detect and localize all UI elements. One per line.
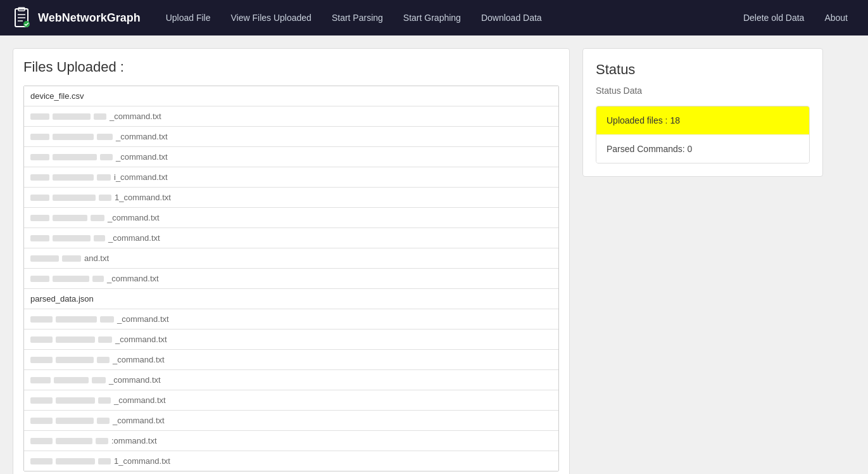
file-suffix: _command.txt [117,314,169,324]
file-item: 1_command.txt [24,188,558,208]
blurred-segment [53,276,89,282]
file-suffix: _command.txt [107,274,159,283]
file-row-content: _command.txt [30,335,167,344]
brand-logo[interactable]: WebNetworkGraph [10,6,141,29]
file-suffix: _command.txt [116,152,168,162]
blurred-segment [30,255,59,262]
blurred-segment [97,134,113,140]
file-item: _command.txt [24,330,558,350]
file-item: _command.txt [24,106,558,127]
navbar-right: Delete old Data About [733,0,858,35]
blurred-segment [56,357,94,363]
file-row-content: _command.txt [30,112,161,121]
file-item: _command.txt [24,411,558,431]
file-row-content: :ommand.txt [30,436,157,445]
blurred-segment [30,113,49,120]
blurred-segment [30,134,49,140]
nav-delete-old-data[interactable]: Delete old Data [733,0,815,35]
files-panel: Files Uploaded : device_file.csv_command… [13,48,570,474]
status-card: Status Status Data Uploaded files : 18Pa… [582,48,823,177]
file-row-content: and.txt [30,253,109,263]
blurred-segment [30,174,49,181]
blurred-segment [92,377,106,383]
blurred-segment [53,215,87,221]
nav-start-parsing[interactable]: Start Parsing [322,0,393,35]
file-row-content: i_command.txt [30,172,168,182]
file-suffix: _command.txt [110,112,161,121]
file-suffix: _command.txt [115,335,167,344]
file-item: _command.txt [24,350,558,370]
blurred-segment [30,377,51,383]
status-data-label: Status Data [596,86,810,96]
blurred-segment [53,134,94,140]
file-row-content: 1_command.txt [30,193,171,202]
blurred-segment [98,397,111,404]
status-items: Uploaded files : 18Parsed Commands: 0 [596,106,810,163]
blurred-segment [97,174,111,181]
file-row-content: _command.txt [30,274,159,283]
file-suffix: i_command.txt [114,172,168,182]
file-suffix: _command.txt [113,355,165,364]
nav-view-files[interactable]: View Files Uploaded [221,0,322,35]
file-row-content: _command.txt [30,152,168,162]
file-row-content: _command.txt [30,132,168,141]
blurred-segment [98,336,112,343]
file-row-content: _command.txt [30,416,165,425]
file-item: i_command.txt [24,167,558,188]
blurred-segment [30,154,49,160]
blurred-segment [56,458,95,464]
file-item: _command.txt [24,309,558,330]
file-item: :ommand.txt [24,431,558,451]
file-suffix: _command.txt [113,416,165,425]
file-row-content: 1_command.txt [30,456,170,466]
blurred-segment [30,336,53,343]
main-content: Files Uploaded : device_file.csv_command… [0,35,868,474]
file-item: _command.txt [24,127,558,147]
file-suffix: _command.txt [114,395,166,405]
status-panel: Status Status Data Uploaded files : 18Pa… [582,48,823,474]
blurred-segment [54,377,89,383]
blurred-segment [94,235,105,241]
brand-name: WebNetworkGraph [38,11,141,25]
blurred-segment [56,418,94,424]
file-list: device_file.csv_command.txt_command.txt_… [23,86,559,471]
nav-start-graphing[interactable]: Start Graphing [393,0,471,35]
blurred-segment [30,215,49,221]
file-item: _command.txt [24,228,558,248]
file-item: parsed_data.json [24,289,558,309]
blurred-segment [96,438,108,444]
file-suffix: _command.txt [108,233,160,243]
nav-upload-file[interactable]: Upload File [156,0,221,35]
clipboard-icon [10,6,33,29]
file-item: _command.txt [24,147,558,167]
blurred-segment [30,418,53,424]
blurred-segment [56,397,95,404]
blurred-segment [62,255,81,262]
file-suffix: :ommand.txt [111,436,157,445]
blurred-segment [53,195,96,201]
nav-download-data[interactable]: Download Data [471,0,552,35]
file-suffix: 1_command.txt [115,193,171,202]
blurred-segment [53,235,91,241]
file-item: _command.txt [24,390,558,411]
blurred-segment [97,357,110,363]
navbar-links: Upload File View Files Uploaded Start Pa… [156,0,733,35]
blurred-segment [56,336,95,343]
blurred-segment [97,418,110,424]
file-item: 1_command.txt [24,451,558,471]
file-item: _command.txt [24,269,558,289]
file-item: device_file.csv [24,86,558,106]
blurred-segment [53,113,91,120]
file-item: _command.txt [24,208,558,228]
files-title: Files Uploaded : [23,59,559,75]
file-item: _command.txt [24,370,558,390]
blurred-segment [56,438,92,444]
file-row-content: _command.txt [30,355,165,364]
file-suffix: _command.txt [108,213,160,222]
blurred-segment [30,397,53,404]
nav-about[interactable]: About [814,0,858,35]
file-row-content: _command.txt [30,375,161,385]
file-row-content: _command.txt [30,395,166,405]
file-item: and.txt [24,248,558,269]
file-row-content: _command.txt [30,213,160,222]
